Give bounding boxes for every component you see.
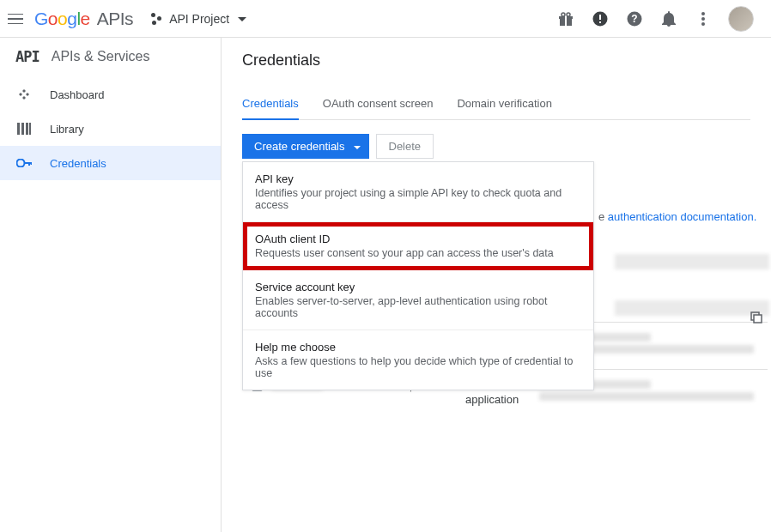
dropdown-service-account-key[interactable]: Service account key Enables server-to-se…	[243, 270, 593, 330]
more-icon[interactable]	[694, 9, 713, 28]
chevron-down-icon	[354, 140, 361, 153]
toolbar: Create credentials Delete API key Identi…	[242, 134, 771, 159]
svg-rect-16	[29, 123, 31, 135]
auth-doc-link[interactable]: authentication documentation.	[608, 210, 756, 223]
dropdown-item-desc: Requests user consent so your app can ac…	[255, 247, 581, 259]
svg-rect-19	[28, 162, 30, 166]
key-icon	[15, 159, 33, 167]
create-credentials-dropdown: API key Identifies your project using a …	[242, 161, 594, 390]
page-title: Credentials	[242, 51, 771, 70]
svg-rect-20	[31, 162, 33, 165]
svg-rect-6	[599, 15, 601, 20]
svg-text:?: ?	[631, 13, 637, 25]
delete-button[interactable]: Delete	[376, 134, 434, 159]
topbar-actions: ?	[556, 6, 754, 32]
dropdown-help-me-choose[interactable]: Help me choose Asks a few questions to h…	[243, 330, 593, 390]
help-icon[interactable]: ?	[625, 9, 644, 28]
project-icon	[149, 11, 164, 27]
dropdown-item-desc: Asks a few questions to help you decide …	[255, 355, 581, 379]
dropdown-item-desc: Identifies your project using a simple A…	[255, 187, 581, 211]
dropdown-item-title: Service account key	[255, 281, 581, 293]
menu-icon[interactable]	[5, 9, 26, 29]
project-name: API Project	[169, 12, 229, 26]
sidebar-item-credentials[interactable]: Credentials	[0, 146, 221, 180]
svg-rect-22	[754, 315, 762, 323]
dropdown-oauth-client-id[interactable]: OAuth client ID Requests user consent so…	[243, 222, 593, 270]
sidebar-title: API APIs & Services	[0, 48, 221, 77]
redacted-text	[615, 254, 769, 269]
dropdown-item-desc: Enables server-to-server, app-level auth…	[255, 295, 581, 319]
sidebar-item-label: Credentials	[50, 157, 106, 170]
svg-rect-13	[17, 123, 20, 135]
redacted-text	[539, 392, 754, 401]
svg-point-3	[562, 13, 565, 16]
api-icon: API	[15, 48, 39, 65]
main-content: Credentials Credentials OAuth consent sc…	[222, 38, 771, 532]
bell-icon[interactable]	[659, 9, 678, 28]
google-logo: Google	[34, 9, 90, 29]
alert-icon[interactable]	[591, 9, 610, 28]
svg-rect-14	[21, 123, 24, 135]
sidebar-item-library[interactable]: Library	[0, 112, 221, 146]
sidebar-item-dashboard[interactable]: Dashboard	[0, 77, 221, 112]
tab-domain-verification[interactable]: Domain verification	[457, 97, 552, 119]
dashboard-icon	[15, 88, 33, 101]
dropdown-item-title: API key	[255, 172, 581, 185]
sidebar-title-text: APIs & Services	[52, 49, 150, 64]
avatar[interactable]	[728, 6, 754, 32]
dropdown-item-title: OAuth client ID	[255, 233, 581, 245]
svg-rect-2	[565, 15, 567, 26]
sidebar: API APIs & Services Dashboard Library Cr…	[0, 38, 222, 532]
sidebar-item-label: Library	[50, 123, 84, 136]
chevron-down-icon	[238, 12, 246, 25]
gift-icon[interactable]	[556, 9, 575, 28]
create-credentials-button[interactable]: Create credentials	[242, 134, 369, 159]
tabs: Credentials OAuth consent screen Domain …	[242, 97, 750, 120]
top-bar: Google APIs API Project ?	[0, 0, 771, 38]
svg-rect-15	[26, 123, 28, 135]
project-selector[interactable]: API Project	[149, 11, 246, 27]
svg-point-17	[17, 160, 25, 167]
library-icon	[15, 123, 33, 135]
dropdown-api-key[interactable]: API key Identifies your project using a …	[243, 162, 593, 222]
svg-point-4	[567, 13, 570, 16]
svg-point-10	[701, 12, 705, 15]
tab-credentials[interactable]: Credentials	[242, 97, 299, 120]
sidebar-item-label: Dashboard	[50, 88, 105, 101]
tab-oauth-consent[interactable]: OAuth consent screen	[323, 97, 434, 119]
svg-rect-7	[599, 21, 601, 23]
dropdown-item-title: Help me choose	[255, 341, 581, 354]
svg-point-12	[701, 22, 705, 26]
create-label: Create credentials	[254, 140, 345, 153]
logo-apis: APIs	[97, 9, 133, 29]
svg-point-11	[701, 17, 705, 21]
